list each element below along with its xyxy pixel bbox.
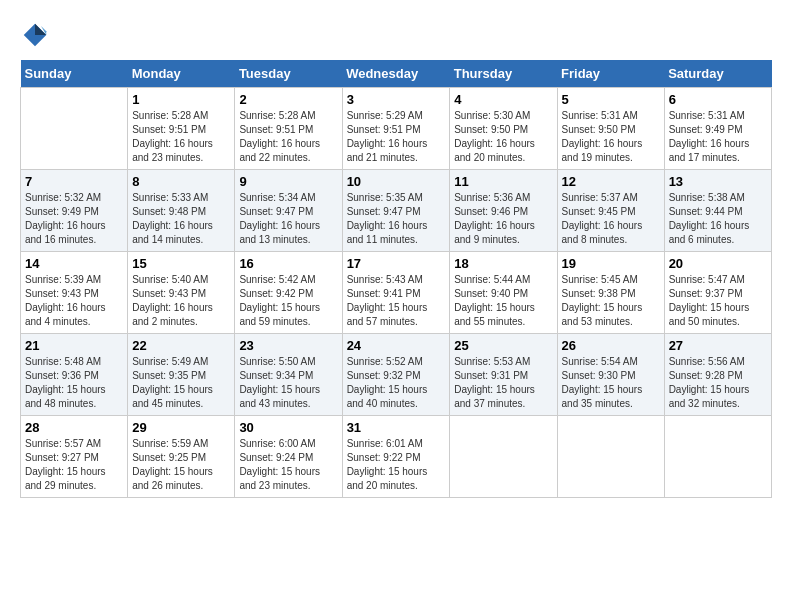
day-number: 11 <box>454 174 552 189</box>
calendar-cell: 26Sunrise: 5:54 AM Sunset: 9:30 PM Dayli… <box>557 334 664 416</box>
calendar-header-row: SundayMondayTuesdayWednesdayThursdayFrid… <box>21 60 772 88</box>
day-number: 27 <box>669 338 767 353</box>
day-info: Sunrise: 6:00 AM Sunset: 9:24 PM Dayligh… <box>239 437 337 493</box>
calendar-cell: 9Sunrise: 5:34 AM Sunset: 9:47 PM Daylig… <box>235 170 342 252</box>
calendar-cell: 6Sunrise: 5:31 AM Sunset: 9:49 PM Daylig… <box>664 88 771 170</box>
day-info: Sunrise: 5:37 AM Sunset: 9:45 PM Dayligh… <box>562 191 660 247</box>
day-number: 10 <box>347 174 446 189</box>
column-header-saturday: Saturday <box>664 60 771 88</box>
calendar-cell: 10Sunrise: 5:35 AM Sunset: 9:47 PM Dayli… <box>342 170 450 252</box>
calendar-cell: 19Sunrise: 5:45 AM Sunset: 9:38 PM Dayli… <box>557 252 664 334</box>
column-header-sunday: Sunday <box>21 60 128 88</box>
day-number: 13 <box>669 174 767 189</box>
calendar-cell: 14Sunrise: 5:39 AM Sunset: 9:43 PM Dayli… <box>21 252 128 334</box>
day-info: Sunrise: 5:39 AM Sunset: 9:43 PM Dayligh… <box>25 273 123 329</box>
calendar-cell <box>557 416 664 498</box>
calendar-cell: 29Sunrise: 5:59 AM Sunset: 9:25 PM Dayli… <box>128 416 235 498</box>
calendar-cell: 8Sunrise: 5:33 AM Sunset: 9:48 PM Daylig… <box>128 170 235 252</box>
day-number: 19 <box>562 256 660 271</box>
column-header-wednesday: Wednesday <box>342 60 450 88</box>
day-number: 4 <box>454 92 552 107</box>
calendar-week-row: 1Sunrise: 5:28 AM Sunset: 9:51 PM Daylig… <box>21 88 772 170</box>
day-number: 16 <box>239 256 337 271</box>
day-number: 26 <box>562 338 660 353</box>
day-number: 20 <box>669 256 767 271</box>
day-info: Sunrise: 5:53 AM Sunset: 9:31 PM Dayligh… <box>454 355 552 411</box>
day-info: Sunrise: 5:31 AM Sunset: 9:49 PM Dayligh… <box>669 109 767 165</box>
day-info: Sunrise: 5:47 AM Sunset: 9:37 PM Dayligh… <box>669 273 767 329</box>
calendar-cell: 27Sunrise: 5:56 AM Sunset: 9:28 PM Dayli… <box>664 334 771 416</box>
day-number: 28 <box>25 420 123 435</box>
day-info: Sunrise: 5:49 AM Sunset: 9:35 PM Dayligh… <box>132 355 230 411</box>
calendar-cell: 7Sunrise: 5:32 AM Sunset: 9:49 PM Daylig… <box>21 170 128 252</box>
day-info: Sunrise: 5:43 AM Sunset: 9:41 PM Dayligh… <box>347 273 446 329</box>
column-header-thursday: Thursday <box>450 60 557 88</box>
calendar-week-row: 7Sunrise: 5:32 AM Sunset: 9:49 PM Daylig… <box>21 170 772 252</box>
calendar-cell: 22Sunrise: 5:49 AM Sunset: 9:35 PM Dayli… <box>128 334 235 416</box>
svg-marker-1 <box>35 24 46 35</box>
day-number: 22 <box>132 338 230 353</box>
day-info: Sunrise: 5:52 AM Sunset: 9:32 PM Dayligh… <box>347 355 446 411</box>
calendar-cell: 5Sunrise: 5:31 AM Sunset: 9:50 PM Daylig… <box>557 88 664 170</box>
day-number: 18 <box>454 256 552 271</box>
day-number: 29 <box>132 420 230 435</box>
day-info: Sunrise: 5:36 AM Sunset: 9:46 PM Dayligh… <box>454 191 552 247</box>
day-info: Sunrise: 5:57 AM Sunset: 9:27 PM Dayligh… <box>25 437 123 493</box>
day-number: 31 <box>347 420 446 435</box>
calendar-cell: 13Sunrise: 5:38 AM Sunset: 9:44 PM Dayli… <box>664 170 771 252</box>
day-number: 3 <box>347 92 446 107</box>
day-number: 14 <box>25 256 123 271</box>
day-info: Sunrise: 5:34 AM Sunset: 9:47 PM Dayligh… <box>239 191 337 247</box>
day-number: 17 <box>347 256 446 271</box>
calendar-cell: 1Sunrise: 5:28 AM Sunset: 9:51 PM Daylig… <box>128 88 235 170</box>
calendar-cell: 24Sunrise: 5:52 AM Sunset: 9:32 PM Dayli… <box>342 334 450 416</box>
day-info: Sunrise: 5:48 AM Sunset: 9:36 PM Dayligh… <box>25 355 123 411</box>
calendar-cell: 2Sunrise: 5:28 AM Sunset: 9:51 PM Daylig… <box>235 88 342 170</box>
calendar-cell: 18Sunrise: 5:44 AM Sunset: 9:40 PM Dayli… <box>450 252 557 334</box>
day-number: 7 <box>25 174 123 189</box>
calendar-cell: 12Sunrise: 5:37 AM Sunset: 9:45 PM Dayli… <box>557 170 664 252</box>
day-number: 24 <box>347 338 446 353</box>
calendar-cell: 11Sunrise: 5:36 AM Sunset: 9:46 PM Dayli… <box>450 170 557 252</box>
day-number: 30 <box>239 420 337 435</box>
page-header <box>20 20 772 50</box>
day-number: 15 <box>132 256 230 271</box>
day-info: Sunrise: 5:32 AM Sunset: 9:49 PM Dayligh… <box>25 191 123 247</box>
calendar-cell <box>450 416 557 498</box>
day-info: Sunrise: 5:42 AM Sunset: 9:42 PM Dayligh… <box>239 273 337 329</box>
day-info: Sunrise: 5:31 AM Sunset: 9:50 PM Dayligh… <box>562 109 660 165</box>
calendar-cell: 28Sunrise: 5:57 AM Sunset: 9:27 PM Dayli… <box>21 416 128 498</box>
day-info: Sunrise: 5:54 AM Sunset: 9:30 PM Dayligh… <box>562 355 660 411</box>
day-number: 12 <box>562 174 660 189</box>
calendar-cell: 20Sunrise: 5:47 AM Sunset: 9:37 PM Dayli… <box>664 252 771 334</box>
column-header-tuesday: Tuesday <box>235 60 342 88</box>
calendar-week-row: 21Sunrise: 5:48 AM Sunset: 9:36 PM Dayli… <box>21 334 772 416</box>
day-number: 23 <box>239 338 337 353</box>
calendar-cell <box>664 416 771 498</box>
calendar-cell: 30Sunrise: 6:00 AM Sunset: 9:24 PM Dayli… <box>235 416 342 498</box>
calendar-cell: 17Sunrise: 5:43 AM Sunset: 9:41 PM Dayli… <box>342 252 450 334</box>
day-number: 5 <box>562 92 660 107</box>
day-info: Sunrise: 5:40 AM Sunset: 9:43 PM Dayligh… <box>132 273 230 329</box>
day-info: Sunrise: 5:56 AM Sunset: 9:28 PM Dayligh… <box>669 355 767 411</box>
calendar-cell: 25Sunrise: 5:53 AM Sunset: 9:31 PM Dayli… <box>450 334 557 416</box>
calendar-cell: 4Sunrise: 5:30 AM Sunset: 9:50 PM Daylig… <box>450 88 557 170</box>
day-info: Sunrise: 5:33 AM Sunset: 9:48 PM Dayligh… <box>132 191 230 247</box>
calendar-cell: 16Sunrise: 5:42 AM Sunset: 9:42 PM Dayli… <box>235 252 342 334</box>
day-number: 21 <box>25 338 123 353</box>
day-number: 25 <box>454 338 552 353</box>
day-info: Sunrise: 5:45 AM Sunset: 9:38 PM Dayligh… <box>562 273 660 329</box>
day-info: Sunrise: 5:50 AM Sunset: 9:34 PM Dayligh… <box>239 355 337 411</box>
calendar-cell: 23Sunrise: 5:50 AM Sunset: 9:34 PM Dayli… <box>235 334 342 416</box>
day-info: Sunrise: 5:30 AM Sunset: 9:50 PM Dayligh… <box>454 109 552 165</box>
day-number: 1 <box>132 92 230 107</box>
calendar-cell: 3Sunrise: 5:29 AM Sunset: 9:51 PM Daylig… <box>342 88 450 170</box>
calendar-week-row: 28Sunrise: 5:57 AM Sunset: 9:27 PM Dayli… <box>21 416 772 498</box>
day-info: Sunrise: 5:28 AM Sunset: 9:51 PM Dayligh… <box>132 109 230 165</box>
calendar-week-row: 14Sunrise: 5:39 AM Sunset: 9:43 PM Dayli… <box>21 252 772 334</box>
calendar-table: SundayMondayTuesdayWednesdayThursdayFrid… <box>20 60 772 498</box>
logo <box>20 20 54 50</box>
day-info: Sunrise: 6:01 AM Sunset: 9:22 PM Dayligh… <box>347 437 446 493</box>
day-number: 8 <box>132 174 230 189</box>
day-info: Sunrise: 5:38 AM Sunset: 9:44 PM Dayligh… <box>669 191 767 247</box>
